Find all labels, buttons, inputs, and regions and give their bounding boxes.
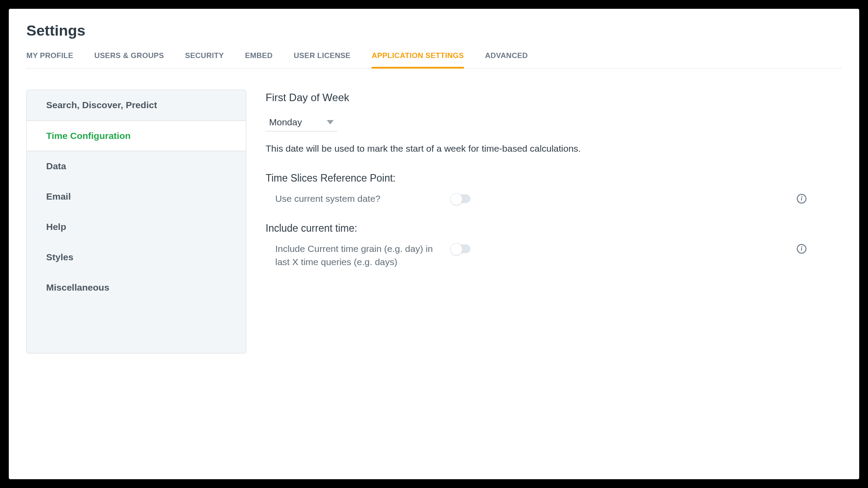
tab-my-profile[interactable]: MY PROFILE xyxy=(26,49,73,68)
tab-application-settings[interactable]: APPLICATION SETTINGS xyxy=(372,49,464,68)
settings-tabs: MY PROFILE USERS & GROUPS SECURITY EMBED… xyxy=(26,49,842,69)
sidebar-item-help[interactable]: Help xyxy=(27,212,246,242)
first-day-help-text: This date will be used to mark the start… xyxy=(266,142,842,155)
sidebar-item-miscellaneous[interactable]: Miscellaneous xyxy=(27,273,246,303)
settings-sidebar: Search, Discover, Predict Time Configura… xyxy=(26,90,246,353)
sidebar-item-search-discover-predict[interactable]: Search, Discover, Predict xyxy=(27,90,246,120)
time-slices-label: Use current system date? xyxy=(275,192,442,205)
first-day-select[interactable]: Monday xyxy=(266,114,337,131)
sidebar-item-styles[interactable]: Styles xyxy=(27,242,246,273)
include-current-label: Include Current time grain (e.g. day) in… xyxy=(275,242,442,269)
time-slices-heading: Time Slices Reference Point: xyxy=(266,172,842,184)
include-current-heading: Include current time: xyxy=(266,222,842,234)
include-current-toggle[interactable] xyxy=(451,244,470,253)
info-icon[interactable]: i xyxy=(797,244,806,254)
tab-advanced[interactable]: ADVANCED xyxy=(485,49,528,68)
tab-users-groups[interactable]: USERS & GROUPS xyxy=(95,49,164,68)
first-day-select-value: Monday xyxy=(269,117,302,127)
page-title: Settings xyxy=(26,22,842,39)
chevron-down-icon xyxy=(327,120,334,124)
sidebar-item-time-configuration[interactable]: Time Configuration xyxy=(27,120,246,151)
tab-security[interactable]: SECURITY xyxy=(185,49,224,68)
time-slices-row: Use current system date? i xyxy=(266,192,842,205)
sidebar-item-data[interactable]: Data xyxy=(27,151,246,182)
include-current-row: Include Current time grain (e.g. day) in… xyxy=(266,242,842,269)
first-day-heading: First Day of Week xyxy=(266,91,842,104)
sidebar-item-email[interactable]: Email xyxy=(27,182,246,212)
tab-embed[interactable]: EMBED xyxy=(245,49,273,68)
tab-user-license[interactable]: USER LICENSE xyxy=(294,49,350,68)
settings-main: First Day of Week Monday This date will … xyxy=(266,90,842,353)
info-icon[interactable]: i xyxy=(797,194,806,204)
time-slices-toggle[interactable] xyxy=(451,194,470,203)
